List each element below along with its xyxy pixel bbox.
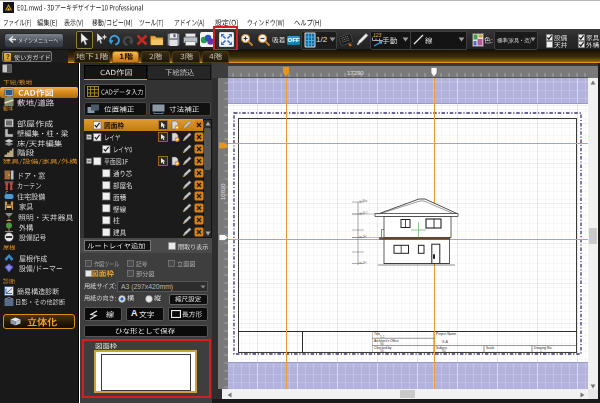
- svg-text:Drawing No.: Drawing No.: [534, 346, 552, 350]
- svg-text:S6: S6: [380, 349, 384, 353]
- svg-text:S6: S6: [442, 349, 446, 353]
- svg-text:S.A: S.A: [442, 340, 448, 344]
- svg-text:10820: 10820: [220, 182, 226, 199]
- svg-text:2FL: 2FL: [363, 235, 368, 239]
- svg-text:17290: 17290: [347, 70, 364, 76]
- svg-text:Max: Max: [363, 199, 369, 203]
- svg-text:S6: S6: [380, 342, 384, 346]
- svg-text:Scale: Scale: [486, 346, 494, 350]
- svg-text:5-1: 5-1: [380, 335, 385, 339]
- svg-text:GL2: GL2: [363, 211, 368, 215]
- svg-text:Architect's Office: Architect's Office: [374, 339, 399, 343]
- svg-text:1FL: 1FL: [363, 261, 368, 265]
- svg-text:Project Name: Project Name: [436, 332, 456, 336]
